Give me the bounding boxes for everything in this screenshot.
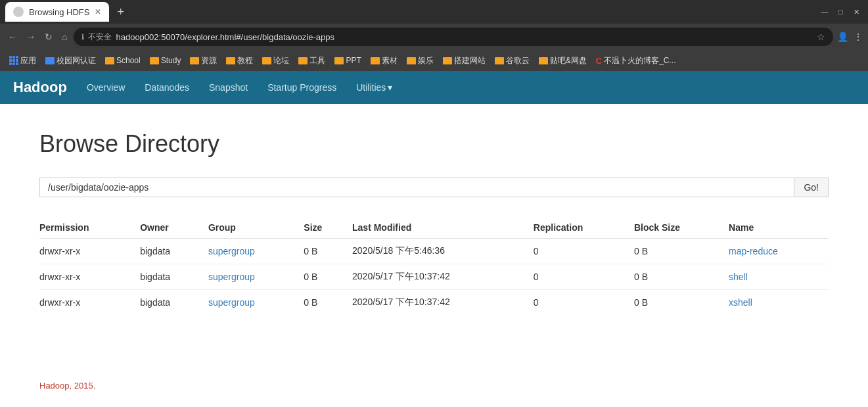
bookmark-google-cloud[interactable]: 谷歌云 — [491, 54, 534, 68]
refresh-button[interactable]: ↻ — [42, 29, 55, 45]
bookmark-tieba-disk-label: 贴吧&网盘 — [550, 55, 587, 66]
bookmark-website-label: 搭建网站 — [454, 55, 486, 66]
bookmark-school[interactable]: School — [101, 55, 145, 66]
cell-last-modified: 2020/5/17 下午10:37:42 — [352, 290, 534, 316]
cell-name-link[interactable]: shell — [729, 272, 748, 282]
footer-text: Hadoop, 2015. — [39, 381, 95, 391]
bookmark-forum-label: 论坛 — [273, 55, 289, 66]
cell-block-size: 0 B — [634, 239, 729, 264]
nav-utilities[interactable]: Utilities ▾ — [356, 80, 392, 95]
cell-owner: bigdata — [140, 239, 208, 264]
back-button[interactable]: ← — [5, 29, 20, 45]
table-header-row: Permission Owner Group Size Last Modifie… — [39, 217, 829, 239]
header-last-modified: Last Modified — [352, 217, 534, 239]
bookmark-auth-label: 校园网认证 — [57, 55, 96, 66]
footer: Hadoop, 2015. — [0, 367, 868, 404]
address-bar[interactable]: ℹ 不安全 hadoop002:50070/explorer.html#/use… — [74, 28, 833, 46]
folder-icon — [190, 57, 199, 64]
forward-button[interactable]: → — [24, 29, 38, 45]
bookmark-entertainment[interactable]: 娱乐 — [403, 54, 438, 68]
folder-icon — [105, 57, 114, 64]
cell-size: 0 B — [304, 264, 352, 290]
bookmark-website[interactable]: 搭建网站 — [439, 54, 490, 68]
cell-name-link[interactable]: xshell — [729, 297, 752, 308]
cell-group-link[interactable]: supergroup — [208, 272, 255, 282]
header-permission: Permission — [39, 217, 140, 239]
bookmark-resources[interactable]: 资源 — [186, 54, 221, 68]
path-input[interactable] — [39, 178, 794, 197]
address-text: hadoop002:50070/explorer.html#/user/bigd… — [116, 32, 813, 42]
cell-name[interactable]: map-reduce — [729, 239, 829, 264]
bookmark-ppt[interactable]: PPT — [331, 55, 365, 66]
hadoop-navbar: Hadoop Overview Datanodes Snapshot Start… — [0, 71, 868, 104]
nav-overview[interactable]: Overview — [87, 80, 125, 95]
table-row: drwxr-xr-xbigdatasupergroup0 B2020/5/17 … — [39, 290, 829, 316]
cell-group[interactable]: supergroup — [208, 239, 304, 264]
folder-icon — [443, 57, 452, 64]
table-row: drwxr-xr-xbigdatasupergroup0 B2020/5/17 … — [39, 264, 829, 290]
account-icon[interactable]: 👤 — [837, 32, 848, 42]
header-owner: Owner — [140, 217, 208, 239]
cell-name[interactable]: shell — [729, 264, 829, 290]
browser-tab[interactable]: Browsing HDFS ✕ — [5, 2, 109, 22]
folder-icon — [262, 57, 271, 64]
nav-startup-progress[interactable]: Startup Progress — [267, 80, 336, 95]
cell-group[interactable]: supergroup — [208, 290, 304, 316]
folder-icon — [371, 57, 380, 64]
cell-group-link[interactable]: supergroup — [208, 297, 255, 308]
bookmark-entertainment-label: 娱乐 — [418, 55, 434, 66]
bookmark-google-cloud-label: 谷歌云 — [506, 55, 530, 66]
tab-close-button[interactable]: ✕ — [95, 7, 101, 16]
bookmark-tutorial-label: 教程 — [237, 55, 253, 66]
bookmark-auth[interactable]: 校园网认证 — [41, 54, 100, 68]
bookmarks-bar: 应用 校园网认证 School Study 资源 教程 论坛 工具 — [0, 50, 868, 71]
cell-owner: bigdata — [140, 290, 208, 316]
star-button[interactable]: ☆ — [817, 32, 825, 42]
bookmark-blog[interactable]: C 不温卜火的博客_C... — [592, 54, 680, 68]
minimize-button[interactable]: — — [818, 5, 831, 18]
cell-name[interactable]: xshell — [729, 290, 829, 316]
cell-size: 0 B — [304, 239, 352, 264]
tab-favicon — [13, 7, 24, 17]
header-replication: Replication — [534, 217, 634, 239]
folder-icon — [226, 57, 235, 64]
path-row: Go! — [39, 178, 829, 197]
cell-name-link[interactable]: map-reduce — [729, 246, 778, 256]
nav-snapshot[interactable]: Snapshot — [209, 80, 248, 95]
menu-icon[interactable]: ⋮ — [854, 32, 863, 42]
folder-icon — [407, 57, 416, 64]
close-button[interactable]: ✕ — [850, 5, 863, 18]
bookmark-school-label: School — [116, 56, 141, 65]
cell-block-size: 0 B — [634, 290, 729, 316]
cell-group[interactable]: supergroup — [208, 264, 304, 290]
bookmark-tieba-disk[interactable]: 贴吧&网盘 — [535, 54, 591, 68]
cell-group-link[interactable]: supergroup — [208, 246, 255, 256]
bookmark-forum[interactable]: 论坛 — [258, 54, 293, 68]
cell-last-modified: 2020/5/18 下午5:46:36 — [352, 239, 534, 264]
folder-icon — [539, 57, 548, 64]
bookmark-study-label: Study — [161, 56, 181, 65]
go-button[interactable]: Go! — [794, 178, 829, 197]
bookmark-resources-label: 资源 — [201, 55, 217, 66]
lock-icon: ℹ — [81, 33, 84, 41]
header-name: Name — [729, 217, 829, 239]
cell-size: 0 B — [304, 290, 352, 316]
bookmark-materials[interactable]: 素材 — [367, 54, 401, 68]
address-bar-row: ← → ↻ ⌂ ℹ 不安全 hadoop002:50070/explorer.h… — [0, 24, 868, 50]
home-button[interactable]: ⌂ — [59, 29, 70, 45]
nav-datanodes[interactable]: Datanodes — [145, 80, 189, 95]
cell-permission: drwxr-xr-x — [39, 290, 140, 316]
bookmark-blog-label: 不温卜火的博客_C... — [604, 55, 675, 66]
cell-replication: 0 — [534, 264, 634, 290]
utilities-dropdown-arrow: ▾ — [388, 82, 392, 93]
header-size: Size — [304, 217, 352, 239]
bookmark-tools[interactable]: 工具 — [294, 54, 329, 68]
new-tab-button[interactable]: + — [112, 5, 129, 19]
bookmark-study[interactable]: Study — [146, 55, 185, 66]
hadoop-brand: Hadoop — [13, 79, 67, 96]
bookmark-apps[interactable]: 应用 — [5, 54, 40, 68]
maximize-button[interactable]: □ — [834, 5, 847, 18]
cell-owner: bigdata — [140, 264, 208, 290]
bookmark-tutorial[interactable]: 教程 — [222, 54, 257, 68]
blog-icon: C — [596, 56, 602, 66]
